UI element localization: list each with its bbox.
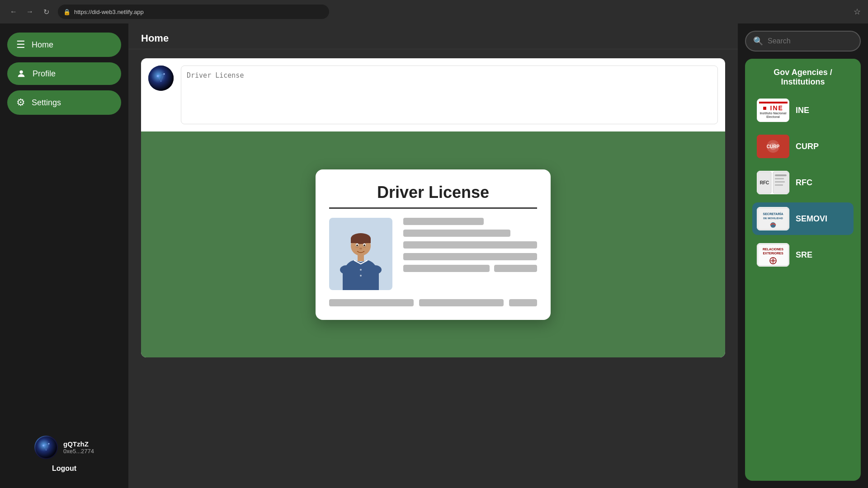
right-sidebar: 🔍 Gov Agencies / Institutions ■ INE Inst… (738, 23, 868, 488)
field-line-5b (494, 265, 537, 272)
agency-item-rfc[interactable]: RFC RFC (752, 166, 854, 199)
agencies-title: Gov Agencies / Institutions (752, 68, 854, 87)
svg-rect-41 (775, 181, 785, 183)
url-text: https://did-web3.netlify.app (74, 9, 144, 15)
svg-point-1 (35, 436, 57, 458)
doc-textarea[interactable] (181, 66, 718, 124)
forward-button[interactable]: → (24, 5, 36, 18)
license-bottom (329, 299, 537, 306)
security-icon: 🔒 (63, 9, 71, 15)
svg-point-0 (19, 70, 23, 74)
license-photo (329, 218, 392, 290)
svg-point-29 (360, 269, 362, 271)
bottom-bar-1 (329, 299, 414, 306)
content-area: Driver License (128, 49, 738, 488)
agency-item-ine[interactable]: ■ INE Instituto NacionalElectoral INE (752, 94, 854, 127)
svg-rect-40 (775, 178, 784, 179)
svg-text:RELACIONES: RELACIONES (763, 248, 783, 251)
svg-text:EXTERIORES: EXTERIORES (763, 252, 783, 255)
address-bar: 🔒 https://did-web3.netlify.app (58, 5, 329, 19)
field-line-1 (403, 218, 484, 225)
svg-point-25 (359, 248, 362, 249)
search-icon: 🔍 (753, 36, 763, 46)
svg-text:RFC: RFC (760, 180, 769, 185)
agency-name-ine: INE (796, 106, 809, 115)
license-display-area: Driver License (141, 131, 725, 357)
refresh-button[interactable]: ↻ (40, 5, 52, 18)
home-icon: ☰ (16, 39, 25, 51)
field-row-2 (403, 265, 537, 272)
avatar (34, 436, 58, 459)
user-info: gQTzhZ 0xe5...2774 (34, 436, 94, 459)
field-line-2 (403, 230, 510, 237)
sidebar-item-settings[interactable]: ⚙ Settings (7, 90, 121, 115)
nav-buttons: ← → ↻ (7, 5, 52, 18)
sidebar-item-profile[interactable]: Profile (7, 62, 121, 85)
svg-point-30 (360, 275, 362, 277)
logout-button[interactable]: Logout (52, 463, 76, 474)
back-button[interactable]: ← (7, 5, 20, 18)
agency-logo-ine: ■ INE Instituto NacionalElectoral (757, 99, 789, 122)
user-details: gQTzhZ 0xe5...2774 (63, 440, 94, 455)
search-input[interactable] (768, 37, 858, 45)
agency-item-curp[interactable]: CURP CURP (752, 130, 854, 163)
svg-point-28 (369, 265, 382, 274)
main-content: Home (128, 23, 738, 488)
bottom-bar-2 (419, 299, 504, 306)
user-address: 0xe5...2774 (63, 448, 94, 455)
license-fields (403, 218, 537, 272)
left-sidebar: ☰ Home Profile ⚙ Settings (0, 23, 128, 488)
user-name: gQTzhZ (63, 440, 94, 448)
field-line-3a (403, 241, 537, 249)
sidebar-profile-label: Profile (33, 69, 56, 79)
svg-point-8 (148, 66, 174, 91)
bottom-bar-3 (509, 299, 537, 306)
sidebar-nav: ☰ Home Profile ⚙ Settings (7, 33, 121, 436)
agency-logo-curp: CURP (757, 135, 789, 158)
license-card: Driver License (316, 169, 551, 320)
svg-point-47 (770, 222, 776, 228)
svg-text:DE MOVILIDAD: DE MOVILIDAD (763, 217, 783, 220)
svg-text:SECRETARÍA: SECRETARÍA (763, 212, 783, 216)
agency-name-sre: SRE (796, 250, 812, 260)
svg-rect-26 (358, 255, 364, 261)
agency-logo-semovi: SECRETARÍA DE MOVILIDAD (757, 207, 789, 230)
license-body (329, 218, 537, 290)
settings-icon: ⚙ (16, 97, 25, 108)
svg-text:CURP: CURP (767, 144, 780, 149)
document-card: Driver License (141, 58, 725, 357)
license-title: Driver License (329, 183, 537, 209)
browser-bar: ← → ↻ 🔒 https://did-web3.netlify.app ☆ (0, 0, 868, 23)
sidebar-footer: gQTzhZ 0xe5...2774 Logout (7, 436, 121, 479)
agency-item-semovi[interactable]: SECRETARÍA DE MOVILIDAD SEMOVI (752, 202, 854, 235)
search-bar: 🔍 (745, 31, 861, 52)
agencies-panel: Gov Agencies / Institutions ■ INE Instit… (745, 59, 861, 481)
svg-point-23 (356, 244, 358, 246)
app-layout: ☰ Home Profile ⚙ Settings (0, 23, 868, 488)
bookmark-button[interactable]: ☆ (854, 7, 861, 17)
page-title: Home (128, 23, 738, 49)
agency-logo-rfc: RFC (757, 171, 789, 194)
agency-logo-sre: RELACIONES EXTERIORES (757, 243, 789, 267)
svg-rect-42 (775, 184, 783, 186)
svg-rect-18 (351, 239, 371, 243)
field-row-1 (403, 241, 537, 249)
agency-name-curp: CURP (796, 142, 819, 151)
sidebar-home-label: Home (32, 40, 53, 50)
svg-point-24 (363, 244, 365, 246)
agency-name-rfc: RFC (796, 178, 812, 188)
svg-point-27 (340, 265, 353, 274)
doc-card-header (141, 58, 725, 131)
agency-item-sre[interactable]: RELACIONES EXTERIORES SRE (752, 239, 854, 271)
profile-icon (16, 69, 26, 79)
sidebar-settings-label: Settings (32, 98, 61, 108)
doc-avatar (148, 66, 174, 91)
field-line-4 (403, 253, 537, 260)
sidebar-item-home[interactable]: ☰ Home (7, 33, 121, 57)
field-line-5a (403, 265, 490, 272)
agency-name-semovi: SEMOVI (796, 214, 827, 224)
svg-rect-39 (775, 174, 787, 176)
